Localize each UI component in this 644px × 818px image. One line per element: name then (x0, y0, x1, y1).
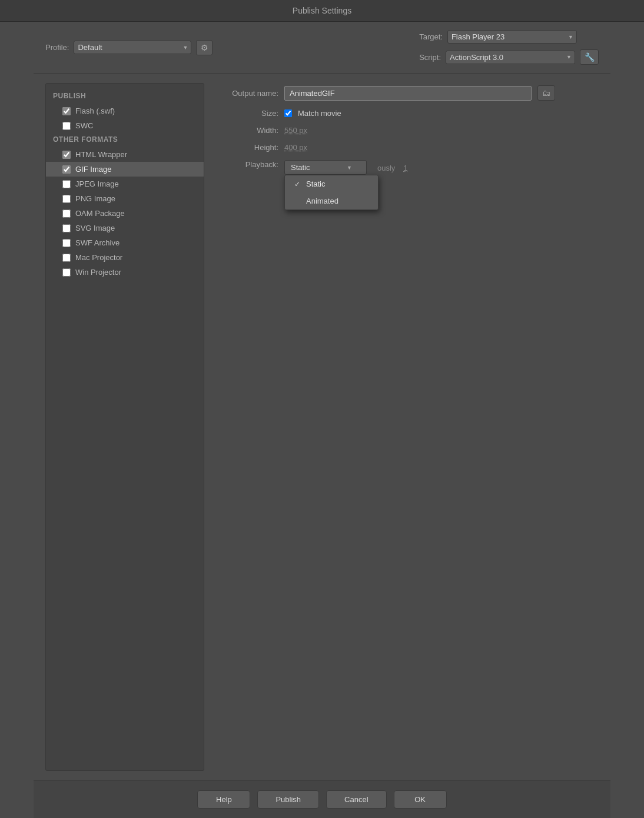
output-name-input[interactable] (284, 86, 532, 101)
width-value: 550 px (284, 126, 307, 135)
sidebar-item-label-win-projector: Win Projector (75, 268, 121, 277)
folder-icon: 🗂 (542, 88, 550, 98)
playback-label: Playback: (214, 160, 278, 169)
dialog: Profile: Default ⚙ Target: Flash Player … (34, 22, 610, 818)
flash-swf-checkbox[interactable] (62, 107, 71, 115)
help-button[interactable]: Help (197, 790, 250, 809)
repeat-value: 1 (403, 164, 407, 172)
other-formats-section-label: OTHER FORMATS (46, 133, 204, 147)
sidebar-item-svg-image[interactable]: SVG Image (46, 221, 204, 235)
gif-image-checkbox[interactable] (62, 165, 71, 174)
playback-option-static-label: Static (306, 179, 326, 188)
continuously-text: ously (377, 164, 395, 172)
script-select[interactable]: ActionScript 3.0 (446, 51, 575, 64)
ok-button[interactable]: OK (394, 790, 447, 809)
right-panel: Output name: 🗂 Size: Match movie Width: … (214, 83, 599, 771)
png-image-checkbox[interactable] (62, 195, 71, 203)
playback-selected-value: Static (291, 163, 310, 172)
sidebar-item-label-flash-swf: Flash (.swf) (75, 107, 115, 115)
swf-archive-checkbox[interactable] (62, 239, 71, 247)
width-row: Width: 550 px (214, 126, 599, 135)
sidebar-item-label-swf-archive: SWF Archive (75, 238, 119, 247)
output-name-row: Output name: 🗂 (214, 85, 599, 101)
profile-select-wrapper[interactable]: Default (74, 41, 191, 54)
jpeg-image-checkbox[interactable] (62, 180, 71, 188)
static-checkmark: ✓ (293, 180, 301, 188)
sidebar-item-swc[interactable]: SWC (46, 118, 204, 133)
sidebar-item-label-oam-package: OAM Package (75, 209, 125, 218)
size-row: Size: Match movie (214, 109, 599, 118)
target-script-area: Target: Flash Player 23 Script: ActionSc… (419, 30, 599, 65)
playback-option-animated-label: Animated (306, 197, 338, 205)
playback-option-static[interactable]: ✓ Static (285, 175, 378, 192)
sidebar-item-win-projector[interactable]: Win Projector (46, 265, 204, 280)
gear-icon: ⚙ (201, 43, 208, 52)
profile-label: Profile: (45, 43, 69, 52)
html-wrapper-checkbox[interactable] (62, 151, 71, 159)
mac-projector-checkbox[interactable] (62, 254, 71, 262)
playback-dropdown-menu: ✓ Static Animated (284, 175, 379, 210)
wrench-icon: 🔧 (585, 52, 595, 62)
playback-row: Playback: Static ▼ ✓ Static (214, 160, 599, 175)
target-select-wrapper[interactable]: Flash Player 23 (447, 30, 577, 44)
sidebar-item-flash-swf[interactable]: Flash (.swf) (46, 104, 204, 118)
target-select[interactable]: Flash Player 23 (447, 30, 577, 44)
title-bar: Publish Settings (0, 0, 644, 22)
height-value: 400 px (284, 143, 307, 152)
dialog-title: Publish Settings (293, 6, 351, 15)
sidebar-item-label-html-wrapper: HTML Wrapper (75, 150, 127, 159)
sidebar-item-label-svg-image: SVG Image (75, 224, 115, 232)
script-settings-button[interactable]: 🔧 (580, 49, 599, 65)
top-bar: Profile: Default ⚙ Target: Flash Player … (34, 22, 610, 74)
swc-checkbox[interactable] (62, 122, 71, 130)
script-label: Script: (419, 53, 441, 62)
sidebar-item-gif-image[interactable]: GIF Image (46, 162, 204, 177)
bottom-bar: Help Publish Cancel OK (34, 780, 610, 818)
sidebar-item-jpeg-image[interactable]: JPEG Image (46, 177, 204, 191)
profile-select[interactable]: Default (74, 41, 191, 54)
cancel-button[interactable]: Cancel (326, 790, 386, 809)
match-movie-checkbox[interactable] (284, 109, 292, 117)
sidebar-item-label-jpeg-image: JPEG Image (75, 179, 119, 188)
publish-section-label: PUBLISH (46, 89, 204, 104)
height-label: Height: (214, 143, 278, 152)
height-row: Height: 400 px (214, 143, 599, 152)
main-content: PUBLISH Flash (.swf) SWC OTHER FORMATS H… (34, 74, 610, 780)
sidebar-item-label-gif-image: GIF Image (75, 165, 111, 174)
sidebar-item-swf-archive[interactable]: SWF Archive (46, 235, 204, 250)
sidebar-item-label-mac-projector: Mac Projector (75, 253, 122, 262)
win-projector-checkbox[interactable] (62, 268, 71, 277)
sidebar: PUBLISH Flash (.swf) SWC OTHER FORMATS H… (45, 83, 204, 771)
size-label: Size: (214, 109, 278, 118)
target-row: Target: Flash Player 23 (419, 30, 599, 44)
sidebar-item-oam-package[interactable]: OAM Package (46, 206, 204, 221)
svg-image-checkbox[interactable] (62, 224, 71, 232)
sidebar-item-png-image[interactable]: PNG Image (46, 191, 204, 206)
script-row: Script: ActionScript 3.0 🔧 (419, 49, 599, 65)
sidebar-item-label-swc: SWC (75, 121, 93, 130)
script-select-wrapper[interactable]: ActionScript 3.0 (446, 51, 575, 64)
sidebar-item-html-wrapper[interactable]: HTML Wrapper (46, 147, 204, 162)
playback-select-button[interactable]: Static ▼ (284, 160, 367, 175)
folder-button[interactable]: 🗂 (537, 85, 555, 101)
match-movie-label: Match movie (298, 109, 341, 118)
profile-row: Profile: Default ⚙ (45, 40, 213, 55)
target-label: Target: (419, 32, 443, 41)
sidebar-item-mac-projector[interactable]: Mac Projector (46, 250, 204, 265)
oam-package-checkbox[interactable] (62, 210, 71, 218)
playback-dropdown-arrow: ▼ (347, 165, 352, 171)
output-name-label: Output name: (214, 89, 278, 98)
playback-option-animated[interactable]: Animated (285, 192, 378, 210)
publish-button[interactable]: Publish (257, 790, 319, 809)
playback-dropdown-container: Static ▼ ✓ Static Animated (284, 160, 367, 175)
width-label: Width: (214, 126, 278, 135)
profile-settings-button[interactable]: ⚙ (196, 40, 213, 55)
sidebar-item-label-png-image: PNG Image (75, 194, 115, 203)
